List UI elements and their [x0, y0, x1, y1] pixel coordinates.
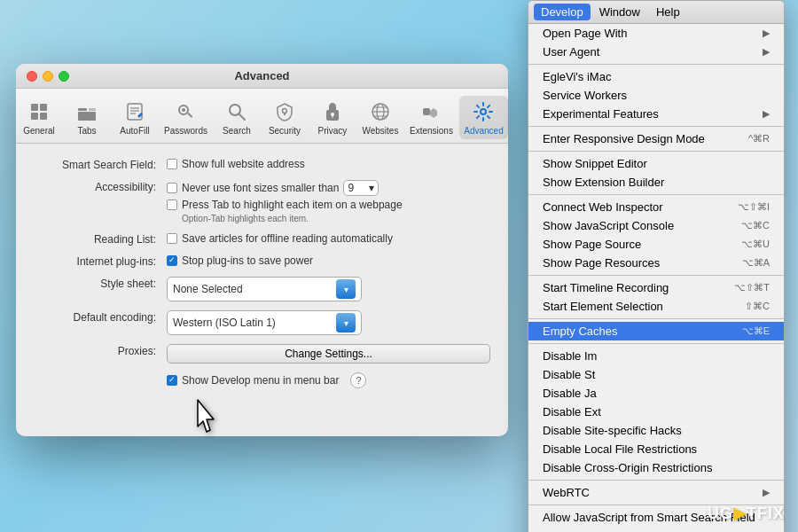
- proxies-controls: Change Settings...: [167, 344, 490, 364]
- toolbar-websites[interactable]: Websites: [357, 96, 403, 139]
- toolbar-passwords[interactable]: Passwords: [160, 96, 212, 139]
- plugins-checkbox-row: Stop plug-ins to save power: [167, 254, 490, 267]
- toolbar-security[interactable]: Security: [262, 96, 308, 139]
- menu-disable-js[interactable]: Disable Ja: [528, 384, 784, 403]
- svg-point-16: [282, 109, 286, 113]
- menu-experimental-features[interactable]: Experimental Features ▶: [528, 105, 784, 123]
- menu-disable-hacks[interactable]: Disable Site-specific Hacks: [528, 421, 784, 440]
- menu-snippet-editor[interactable]: Show Snippet Editor: [528, 154, 784, 173]
- traffic-lights: [27, 71, 69, 82]
- tabs-icon: [74, 99, 99, 124]
- svg-rect-1: [40, 104, 47, 111]
- sep8: [528, 480, 784, 481]
- tab-highlight-checkbox[interactable]: [167, 200, 177, 210]
- svg-rect-6: [78, 112, 96, 121]
- menu-bar-window[interactable]: Window: [592, 4, 647, 20]
- menu-eglevi-imac[interactable]: EgleVi's iMac: [528, 67, 784, 86]
- menu-extension-builder[interactable]: Show Extension Builder: [528, 173, 784, 192]
- reading-list-checkbox[interactable]: [167, 233, 177, 244]
- plugins-row: Internet plug-ins: Stop plug-ins to save…: [34, 254, 490, 268]
- menu-webrtc[interactable]: WebRTC ▶: [528, 483, 784, 502]
- websites-label: Websites: [362, 126, 398, 136]
- tabs-label: Tabs: [77, 126, 96, 136]
- menu-js-console[interactable]: Show JavaScript Console ⌥⌘C: [528, 216, 784, 235]
- menu-service-workers[interactable]: Service Workers: [528, 86, 784, 105]
- general-label: General: [23, 126, 55, 136]
- develop-menu-label-spacer: [34, 372, 167, 373]
- menu-web-inspector[interactable]: Connect Web Inspector ⌥⇧⌘I: [528, 198, 784, 216]
- menu-disable-images[interactable]: Disable Im: [528, 347, 784, 365]
- reading-list-row: Reading List: Save articles for offline …: [34, 232, 490, 246]
- menu-disable-local-files[interactable]: Disable Local File Restrictions: [528, 440, 784, 458]
- reading-list-checkbox-row: Save articles for offline reading automa…: [167, 232, 490, 245]
- toolbar-search[interactable]: Search: [214, 96, 260, 139]
- maximize-button[interactable]: [59, 71, 69, 82]
- close-button[interactable]: [27, 71, 37, 82]
- sep2: [528, 126, 784, 127]
- menu-page-resources[interactable]: Show Page Resources ⌥⌘A: [528, 254, 784, 272]
- proxies-button[interactable]: Change Settings...: [167, 344, 490, 364]
- window-title: Advanced: [234, 69, 289, 82]
- logo-arrow: ▶: [733, 505, 747, 522]
- menu-disable-styles[interactable]: Disable St: [528, 365, 784, 384]
- font-size-select[interactable]: 9 ▾: [343, 180, 379, 196]
- encoding-value: Western (ISO Latin 1): [173, 317, 276, 329]
- extensions-label: Extensions: [410, 126, 453, 136]
- menu-user-agent[interactable]: User Agent ▶: [528, 43, 784, 61]
- plugins-checkbox[interactable]: [167, 255, 177, 266]
- sep1: [528, 64, 784, 65]
- menu-allow-js-apple[interactable]: Allow JavaScript from Apple Events: [528, 527, 784, 532]
- preferences-toolbar: General Tabs Aut: [16, 89, 508, 144]
- develop-menu-checkbox[interactable]: [167, 375, 177, 386]
- svg-rect-0: [31, 104, 38, 111]
- toolbar-tabs[interactable]: Tabs: [64, 96, 110, 139]
- reading-list-controls: Save articles for offline reading automa…: [167, 232, 490, 245]
- prefs-content: Smart Search Field: Show full website ad…: [16, 144, 508, 411]
- stylesheet-select[interactable]: None Selected ▾: [167, 277, 362, 301]
- passwords-label: Passwords: [164, 126, 207, 136]
- menu-responsive-design[interactable]: Enter Responsive Design Mode ^⌘R: [528, 129, 784, 148]
- search-label: Search: [223, 126, 251, 136]
- menu-bar-develop[interactable]: Develop: [534, 4, 591, 20]
- menu-disable-cors[interactable]: Disable Cross-Origin Restrictions: [528, 458, 784, 477]
- svg-point-13: [182, 108, 185, 112]
- encoding-select[interactable]: Western (ISO Latin 1) ▾: [167, 310, 362, 335]
- toolbar-advanced[interactable]: Advanced: [459, 96, 508, 139]
- encoding-label: Default encoding:: [34, 310, 167, 324]
- plugins-controls: Stop plug-ins to save power: [167, 254, 490, 267]
- menu-timeline-recording[interactable]: Start Timeline Recording ⌥⇧⌘T: [528, 278, 784, 297]
- menu-disable-extensions[interactable]: Disable Ext: [528, 403, 784, 421]
- minimize-button[interactable]: [43, 71, 53, 82]
- passwords-icon: [173, 99, 198, 124]
- toolbar-general[interactable]: General: [16, 96, 62, 139]
- menu-element-selection[interactable]: Start Element Selection ⇧⌘C: [528, 297, 784, 316]
- develop-menu-checkbox-row: Show Develop menu in menu bar ?: [167, 372, 490, 388]
- toolbar-extensions[interactable]: Extensions: [405, 96, 458, 139]
- smart-search-checkbox-label: Show full website address: [182, 158, 305, 170]
- sep6: [528, 318, 784, 319]
- menu-page-source[interactable]: Show Page Source ⌥⌘U: [528, 235, 784, 254]
- smart-search-checkbox[interactable]: [167, 159, 177, 169]
- encoding-controls: Western (ISO Latin 1) ▾: [167, 310, 490, 335]
- help-button[interactable]: ?: [350, 372, 366, 388]
- smart-search-checkbox-row: Show full website address: [167, 158, 490, 170]
- toolbar-privacy[interactable]: Privacy: [309, 96, 356, 139]
- security-icon: [272, 99, 297, 124]
- font-size-checkbox[interactable]: [167, 183, 177, 193]
- develop-menu-row: Show Develop menu in menu bar ?: [34, 372, 490, 388]
- svg-rect-17: [284, 113, 286, 115]
- encoding-row: Default encoding: Western (ISO Latin 1) …: [34, 310, 490, 335]
- svg-point-14: [230, 105, 240, 115]
- svg-line-15: [239, 114, 245, 120]
- toolbar-autofill[interactable]: AutoFill: [112, 96, 158, 139]
- menu-empty-caches[interactable]: Empty Caches ⌥⌘E: [528, 322, 784, 340]
- accessibility-controls: Never use font sizes smaller than 9 ▾ Pr…: [167, 180, 490, 223]
- svg-rect-2: [31, 113, 38, 120]
- menu-bar: Develop Window Help: [528, 1, 784, 24]
- smart-search-label: Smart Search Field:: [34, 158, 167, 171]
- develop-menu-popup: Develop Window Help Open Page With ▶ Use…: [528, 0, 785, 532]
- svg-rect-20: [332, 115, 332, 118]
- extensions-icon: [419, 99, 443, 124]
- menu-open-page-with[interactable]: Open Page With ▶: [528, 24, 784, 43]
- menu-bar-help[interactable]: Help: [649, 4, 687, 20]
